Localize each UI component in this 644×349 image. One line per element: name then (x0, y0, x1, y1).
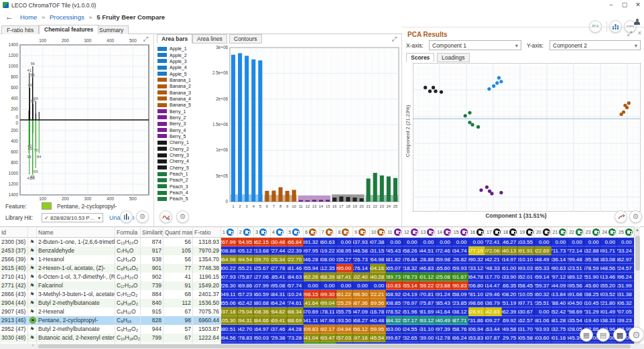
column-header-sample-8[interactable]: 8 (336, 227, 353, 238)
table-row-2615[interactable]: 2615 (40)⚑2-Hexen-1-ol, acetate, (Z)-C₈H… (0, 264, 634, 273)
column-header-sample-24[interactable]: 24 (600, 227, 617, 238)
column-header-sample-9[interactable]: 9 (353, 227, 370, 238)
column-header-sample-17[interactable]: 17 (485, 227, 502, 238)
column-header-id[interactable]: Id (0, 227, 28, 238)
legend-item-peach_4[interactable]: Peach_4 (157, 190, 211, 196)
legend-item-banana_4[interactable]: Banana_4 (157, 96, 211, 102)
user-icon[interactable] (634, 19, 640, 25)
pin-icon[interactable]: ⚑ (28, 307, 36, 316)
table-row-2710[interactable]: 2710 (41)⚑6-Octen-1-ol, 3,7-dimethyl-, (… (0, 273, 634, 281)
table-row-3030[interactable]: 3030 (48)⚑Butanoic acid, 2-hexenyl ester… (0, 334, 634, 342)
table-row-2904[interactable]: 2904 (44)⚑Butyl 2-methylbutanoateC₉H₁₈O₂… (0, 299, 634, 307)
spectrum-view-button[interactable] (120, 210, 133, 223)
table-row-2907[interactable]: 2907 (45)⚑2-HexenalC₆H₁₀O915677075.76937… (0, 307, 634, 316)
table-row-2566[interactable]: 2566 (39)⚑1-HexanolC₆H₁₄O938561354.70964… (0, 255, 634, 264)
column-header-pin[interactable] (28, 227, 37, 238)
chemical-features-table[interactable]: IdNameFormulaSimilarityQuant massF-ratio… (0, 226, 644, 344)
head-to-tail-spectrum-plot[interactable]: 2002004004006006008008001000100012001200… (0, 34, 154, 200)
legend-item-berry_5[interactable]: Berry_5 (157, 133, 211, 139)
legend-item-peach_3[interactable]: Peach_3 (157, 184, 211, 190)
legend-item-banana_5[interactable]: Banana_5 (157, 102, 211, 108)
column-header-sample-22[interactable]: 22 (568, 227, 584, 238)
column-header-sample-23[interactable]: 23 (584, 227, 601, 238)
pinned-selected-icon[interactable]: ⚑ (29, 317, 36, 324)
close-button[interactable]: ✕ (632, 0, 644, 9)
legend-item-banana_3[interactable]: Banana_3 (157, 89, 211, 95)
breadcrumb-home[interactable]: Home (20, 13, 37, 21)
table-row-2913[interactable]: 2913 (46)⚑Pentane, 2-cyclopropyl-C₈H₁₆82… (0, 316, 634, 325)
column-header-sample-4[interactable]: 4 (271, 227, 287, 238)
legend-item-berry_2[interactable]: Berry_2 (157, 115, 211, 121)
table-row-2453[interactable]: 2453 (37)⚑BenzaldehydeC₇H₆O9171057970.29… (0, 247, 634, 255)
heatmap-view-button[interactable]: ▩ (613, 328, 627, 342)
tab-chemical-features[interactable]: Chemical features (39, 25, 99, 34)
tab-area-bars[interactable]: Area bars (157, 34, 192, 44)
tab-f-ratio-hits[interactable]: F-ratio hits (1, 25, 39, 34)
legend-item-peach_1[interactable]: Peach_1 (157, 171, 211, 177)
area-settings-button[interactable]: ⚙ (176, 210, 189, 223)
pin-icon[interactable]: ⚑ (28, 264, 36, 273)
table-row-2952[interactable]: 2952 (47)⚑Butyl 2-methylbutanoateC₉H₁₈O₂… (0, 325, 634, 334)
tab-area-lines[interactable]: Area lines (192, 34, 227, 44)
legend-item-apple_1[interactable]: Apple_1 (157, 46, 211, 52)
column-header-sample-20[interactable]: 20 (535, 227, 552, 238)
pca-settings-button[interactable]: ⚙ (629, 210, 642, 223)
column-header-sample-19[interactable]: 19 (518, 227, 535, 238)
column-header-sample-15[interactable]: 15 (452, 227, 469, 238)
legend-item-apple_4[interactable]: Apple_4 (157, 64, 211, 70)
expand-icon[interactable]: ⤢ (392, 36, 397, 43)
pca-x-axis-select[interactable]: ▾Component 1 (429, 40, 521, 50)
breadcrumb-processings[interactable]: Processings (50, 13, 84, 21)
tab-scores[interactable]: Scores (406, 53, 434, 62)
tab-summary[interactable]: Summary (94, 25, 129, 34)
table-row-2300[interactable]: 2300 (36)⚑2-Buten-1-one, 1-(2,6,6-trimet… (0, 238, 634, 247)
pin-icon[interactable]: ⚑ (28, 334, 36, 342)
legend-item-cherry_2[interactable]: Cherry_2 (157, 146, 211, 152)
column-header-sample-1[interactable]: 1 (221, 227, 238, 238)
column-header-sample-10[interactable]: 10 (370, 227, 387, 238)
column-header-quant-mass[interactable]: Quant mass (164, 227, 193, 238)
close-panel-icon[interactable]: ✕ (637, 30, 642, 36)
table-row-2866[interactable]: 2866 (43)⚑3-Methyl-3-buten-1-ol, acetate… (0, 290, 634, 299)
legend-item-banana_2[interactable]: Banana_2 (157, 83, 211, 89)
legend-item-berry_4[interactable]: Berry_4 (157, 127, 211, 133)
table-row-2771[interactable]: 2771 (42)⚑FalcarinolC₁₇H₂₄O739911549.202… (0, 281, 634, 290)
legend-item-peach_5[interactable]: Peach_5 (157, 196, 211, 202)
column-header-sample-5[interactable]: 5 (287, 227, 304, 238)
legend-item-berry_1[interactable]: Berry_1 (157, 108, 211, 114)
column-header-sample-18[interactable]: 18 (502, 227, 519, 238)
tab-contours[interactable]: Contours (229, 34, 262, 44)
tab-loadings[interactable]: Loadings (437, 53, 470, 62)
library-hit-dropdown[interactable]: ▾✓ 828/828/10.53 P… (42, 213, 103, 222)
column-header-sample-14[interactable]: 14 (436, 227, 452, 238)
column-header-formula[interactable]: Formula (115, 227, 141, 238)
maximize-button[interactable]: ▢ (619, 0, 631, 9)
minimize-button[interactable]: – (605, 0, 617, 9)
scroll-left-arrow[interactable]: ‹ (32, 343, 34, 348)
pin-icon[interactable]: ⚑ (28, 290, 36, 299)
expand-icon[interactable]: ⤢ (143, 36, 148, 43)
pin-icon[interactable]: ⚑ (28, 247, 36, 255)
legend-item-peach_2[interactable]: Peach_2 (157, 177, 211, 183)
legend-item-cherry_5[interactable]: Cherry_5 (157, 165, 211, 171)
scroll-up-arrow[interactable]: ▲ (635, 228, 639, 232)
legend-item-berry_3[interactable]: Berry_3 (157, 121, 211, 127)
pin-icon[interactable]: ⚑ (28, 273, 36, 281)
column-header-sample-3[interactable]: 3 (254, 227, 271, 238)
pin-icon[interactable]: ⚑ (28, 325, 36, 334)
grid-view-button[interactable]: ▦ (580, 328, 593, 342)
column-header-sample-12[interactable]: 12 (403, 227, 420, 238)
pin-icon[interactable]: ⚑ (28, 281, 36, 290)
legend-item-apple_2[interactable]: Apple_2 (157, 52, 211, 58)
column-header-sample-25[interactable]: 25 (617, 227, 634, 238)
pca-y-axis-select[interactable]: ▾Component 2 (550, 40, 641, 50)
area-bars-chart[interactable]: 05e+051e+061.5e+062e+062.5e+063e+0612345… (211, 44, 402, 223)
table-horizontal-scrollbar[interactable]: ‹ (0, 344, 644, 349)
area-export-button[interactable] (159, 210, 172, 223)
horizontal-scroll-thumb[interactable] (38, 344, 631, 348)
column-header-sample-16[interactable]: 16 (468, 227, 485, 238)
column-header-sample-13[interactable]: 13 (420, 227, 436, 238)
legend-item-cherry_4[interactable]: Cherry_4 (157, 158, 211, 164)
table-settings-button[interactable]: ⚙ (629, 327, 644, 342)
table-vertical-scrollbar[interactable]: ▲ (634, 226, 640, 344)
